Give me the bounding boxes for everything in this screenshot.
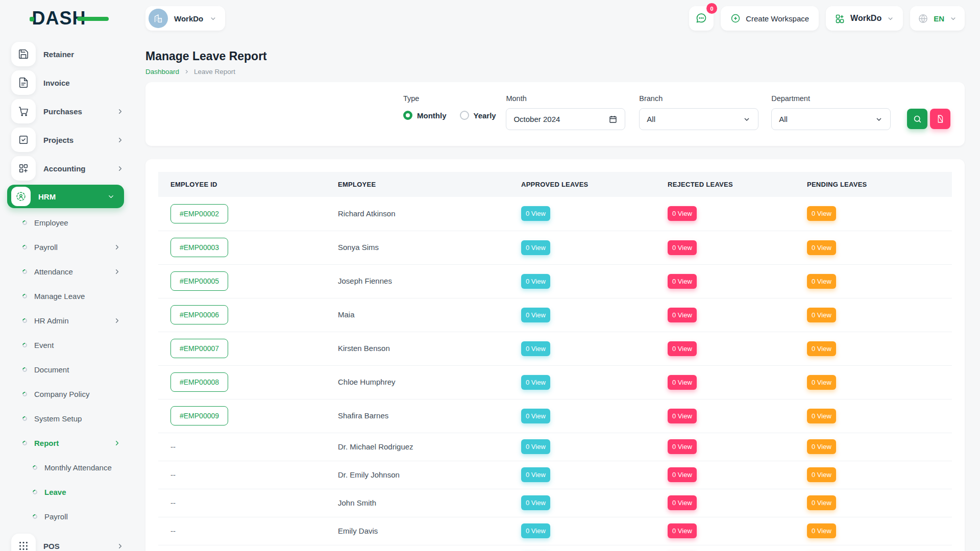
rejected-leaves-view-badge[interactable]: 0 View xyxy=(668,375,697,390)
sidebar-item-accounting[interactable]: Accounting xyxy=(11,156,124,181)
sidebar-item-monthly-attendance[interactable]: Monthly Attendance xyxy=(33,460,121,474)
search-button[interactable] xyxy=(907,109,927,129)
employee-name: Dr. Michael Rodriguez xyxy=(338,442,413,451)
branch-select[interactable]: All xyxy=(639,108,758,130)
table-row: -- Dr. Emily Johnson 0 View 0 View 0 Vie… xyxy=(158,461,952,489)
sidebar-item-employee[interactable]: Employee xyxy=(22,215,121,230)
table-row: #EMP00003 Sonya Sims 0 View 0 View 0 Vie… xyxy=(158,231,952,264)
rejected-leaves-view-badge[interactable]: 0 View xyxy=(668,495,697,510)
employee-id-badge[interactable]: #EMP00009 xyxy=(170,406,228,425)
pending-leaves-view-badge[interactable]: 0 View xyxy=(807,274,836,289)
brand-logo[interactable]: DASH xyxy=(32,9,99,28)
sidebar-item-event[interactable]: Event xyxy=(22,338,121,352)
radio-unchecked-icon xyxy=(460,111,469,120)
rejected-leaves-view-badge[interactable]: 0 View xyxy=(668,274,697,289)
employee-id-empty: -- xyxy=(170,470,176,479)
filter-card: Type Monthly Yearly Month October 2024 xyxy=(145,82,965,146)
pending-leaves-view-badge[interactable]: 0 View xyxy=(807,240,836,255)
language-selector[interactable]: EN xyxy=(910,6,965,31)
approved-leaves-view-badge[interactable]: 0 View xyxy=(521,439,550,454)
leave-report-table: EMPLOYEE ID EMPLOYEE APPROVED LEAVES REJ… xyxy=(158,172,952,551)
sidebar-item-company-policy[interactable]: Company Policy xyxy=(22,387,121,401)
sidebar-item-projects[interactable]: Projects xyxy=(11,128,124,152)
sidebar-item-manage-leave[interactable]: Manage Leave xyxy=(22,289,121,303)
sidebar-item-document[interactable]: Document xyxy=(22,362,121,377)
chevron-down-icon xyxy=(887,15,894,22)
sidebar-item-purchases[interactable]: Purchases xyxy=(11,99,124,123)
pending-leaves-view-badge[interactable]: 0 View xyxy=(807,409,836,423)
type-radio-group: Monthly Yearly xyxy=(403,111,506,120)
table-row: #EMP00002 Richard Atkinson 0 View 0 View… xyxy=(158,197,952,231)
create-workspace-button[interactable]: Create Workspace xyxy=(721,6,819,31)
employee-id-badge[interactable]: #EMP00002 xyxy=(170,204,228,223)
radio-monthly[interactable]: Monthly xyxy=(403,111,447,120)
sidebar-item-invoice[interactable]: Invoice xyxy=(11,70,124,95)
pending-leaves-view-badge[interactable]: 0 View xyxy=(807,495,836,510)
sidebar-item-report[interactable]: Report xyxy=(22,436,121,450)
pending-leaves-view-badge[interactable]: 0 View xyxy=(807,523,836,538)
rejected-leaves-view-badge[interactable]: 0 View xyxy=(668,439,697,454)
approved-leaves-view-badge[interactable]: 0 View xyxy=(521,308,550,322)
employee-name: Sonya Sims xyxy=(338,243,379,252)
table-row: #EMP00009 Shafira Barnes 0 View 0 View 0… xyxy=(158,399,952,433)
chevron-right-icon xyxy=(116,136,124,144)
workspace-avatar xyxy=(149,9,168,28)
sidebar-item-hr-admin[interactable]: HR Admin xyxy=(22,313,121,328)
employee-id-badge[interactable]: #EMP00003 xyxy=(170,238,228,257)
workspace-selector[interactable]: WorkDo xyxy=(145,6,225,31)
pending-leaves-view-badge[interactable]: 0 View xyxy=(807,467,836,482)
messages-button[interactable]: 0 xyxy=(689,6,714,31)
column-employee-id: EMPLOYEE ID xyxy=(158,172,326,197)
approved-leaves-view-badge[interactable]: 0 View xyxy=(521,467,550,482)
breadcrumb-dashboard-link[interactable]: Dashboard xyxy=(145,68,179,76)
pending-leaves-view-badge[interactable]: 0 View xyxy=(807,341,836,356)
approved-leaves-view-badge[interactable]: 0 View xyxy=(521,341,550,356)
sidebar-item-hrm[interactable]: HRM xyxy=(7,185,124,208)
rejected-leaves-view-badge[interactable]: 0 View xyxy=(668,308,697,322)
rejected-leaves-view-badge[interactable]: 0 View xyxy=(668,523,697,538)
sidebar-item-system-setup[interactable]: System Setup xyxy=(22,411,121,425)
bullet-icon xyxy=(32,513,38,520)
chevron-right-icon xyxy=(113,317,121,324)
table-header-row: EMPLOYEE ID EMPLOYEE APPROVED LEAVES REJ… xyxy=(158,172,952,197)
sidebar-item-retainer[interactable]: Retainer xyxy=(11,42,124,66)
rejected-leaves-view-badge[interactable]: 0 View xyxy=(668,206,697,221)
employee-id-badge[interactable]: #EMP00006 xyxy=(170,305,228,324)
pending-leaves-view-badge[interactable]: 0 View xyxy=(807,439,836,454)
pending-leaves-view-badge[interactable]: 0 View xyxy=(807,308,836,322)
employee-id-badge[interactable]: #EMP00005 xyxy=(170,271,228,291)
reset-button[interactable] xyxy=(930,109,950,129)
pending-leaves-view-badge[interactable]: 0 View xyxy=(807,206,836,221)
grid-plus-icon xyxy=(835,13,845,24)
approved-leaves-view-badge[interactable]: 0 View xyxy=(521,523,550,538)
approved-leaves-view-badge[interactable]: 0 View xyxy=(521,206,550,221)
rejected-leaves-view-badge[interactable]: 0 View xyxy=(668,467,697,482)
employee-id-badge[interactable]: #EMP00008 xyxy=(170,372,228,392)
employee-id-badge[interactable]: #EMP00007 xyxy=(170,339,228,358)
pending-leaves-view-badge[interactable]: 0 View xyxy=(807,375,836,390)
chevron-right-icon xyxy=(116,165,124,172)
sidebar-item-leave[interactable]: Leave xyxy=(33,485,121,499)
search-icon xyxy=(913,114,922,124)
radio-checked-icon xyxy=(403,111,412,120)
rejected-leaves-view-badge[interactable]: 0 View xyxy=(668,341,697,356)
radio-yearly[interactable]: Yearly xyxy=(460,111,496,120)
app-switcher-button[interactable]: WorkDo xyxy=(826,6,903,31)
rejected-leaves-view-badge[interactable]: 0 View xyxy=(668,240,697,255)
department-select[interactable]: All xyxy=(771,108,891,130)
approved-leaves-view-badge[interactable]: 0 View xyxy=(521,375,550,390)
approved-leaves-view-badge[interactable]: 0 View xyxy=(521,495,550,510)
month-input[interactable]: October 2024 xyxy=(506,108,625,130)
column-pending-leaves: PENDING LEAVES xyxy=(795,172,952,197)
sidebar-item-pos[interactable]: POS xyxy=(11,534,124,551)
approved-leaves-view-badge[interactable]: 0 View xyxy=(521,274,550,289)
sidebar-item-attendance[interactable]: Attendance xyxy=(22,264,121,279)
globe-icon xyxy=(918,13,928,24)
sidebar-item-payroll[interactable]: Payroll xyxy=(22,240,121,254)
rejected-leaves-view-badge[interactable]: 0 View xyxy=(668,409,697,423)
table-row: #EMP00007 Kirsten Benson 0 View 0 View 0… xyxy=(158,332,952,365)
sidebar-item-payroll[interactable]: Payroll xyxy=(33,509,121,523)
approved-leaves-view-badge[interactable]: 0 View xyxy=(521,409,550,423)
table-row: -- Dr. Michael Rodriguez 0 View 0 View 0… xyxy=(158,433,952,461)
approved-leaves-view-badge[interactable]: 0 View xyxy=(521,240,550,255)
